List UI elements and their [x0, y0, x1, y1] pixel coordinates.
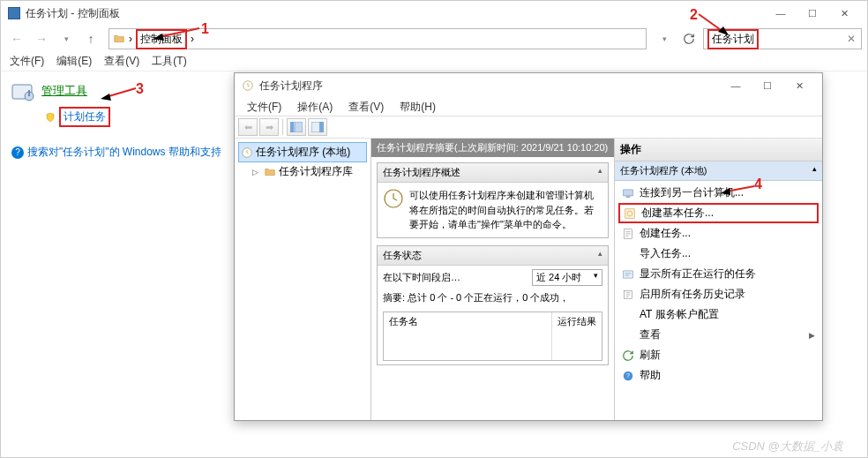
status-period-dropdown[interactable]: 近 24 小时 ▾ — [532, 269, 602, 286]
action-refresh[interactable]: 刷新 — [615, 345, 822, 365]
action-help-label: 帮助 — [640, 368, 661, 383]
address-bar[interactable]: › 控制面板 › — [108, 28, 647, 49]
up-button[interactable]: ↑ — [80, 28, 101, 49]
help-icon: ? — [622, 370, 634, 382]
task-scheduler-window: 任务计划程序 — ☐ ✕ 文件(F) 操作(A) 查看(V) 帮助(H) ⬅ ➡ — [234, 72, 823, 421]
cp-maximize-button[interactable]: ☐ — [797, 3, 828, 24]
ts-minimize-button[interactable]: — — [720, 75, 752, 96]
svg-rect-17 — [626, 196, 631, 197]
actions-header: 操作 — [615, 139, 822, 161]
action-connect[interactable]: 连接到另一台计算机... — [615, 183, 822, 203]
ts-actions-pane: 操作 任务计划程序 (本地) ▴ 连接到另一台计算机... 创建基本任务... … — [615, 139, 822, 420]
menu-tools[interactable]: 工具(T) — [146, 52, 191, 71]
menu-edit[interactable]: 编辑(E) — [51, 52, 97, 71]
menu-view[interactable]: 查看(V) — [99, 52, 145, 71]
svg-rect-18 — [625, 208, 635, 218]
cp-menu-bar: 文件(F) 编辑(E) 查看(V) 工具(T) — [1, 52, 867, 71]
history-icon — [622, 289, 634, 301]
action-connect-label: 连接到另一台计算机... — [640, 185, 744, 200]
action-create-task[interactable]: 创建任务... — [615, 223, 822, 244]
ts-main: 任务计划程序 (本地) ▷ 任务计划程序库 任务计划程序摘要(上次刷新时间: 2… — [235, 139, 822, 420]
task-col-name[interactable]: 任务名 — [384, 312, 552, 360]
overview-clock-icon — [383, 188, 404, 209]
clear-search-icon[interactable]: ✕ — [847, 33, 856, 45]
blank-icon — [622, 329, 634, 342]
cp-title: 任务计划 - 控制面板 — [26, 6, 765, 21]
action-at-config-label: AT 服务帐户配置 — [640, 307, 719, 322]
action-create-task-label: 创建任务... — [640, 226, 691, 241]
admin-tools-link[interactable]: 管理工具 — [41, 83, 87, 99]
cp-minimize-button[interactable]: — — [765, 3, 797, 24]
task-col-result[interactable]: 运行结果 — [552, 312, 602, 360]
breadcrumb-control-panel[interactable]: 控制面板 — [136, 29, 187, 49]
ts-maximize-button[interactable]: ☐ — [752, 75, 783, 96]
svg-rect-16 — [624, 189, 633, 195]
svg-rect-21 — [624, 270, 633, 277]
breadcrumb-sep: › — [125, 33, 136, 45]
blank-icon — [622, 309, 634, 321]
computer-icon — [622, 187, 634, 199]
ts-menu-action[interactable]: 操作(A) — [290, 98, 340, 116]
toolbar-panes[interactable] — [287, 118, 306, 136]
status-row: 在以下时间段启… 近 24 小时 ▾ — [383, 269, 602, 286]
svg-rect-13 — [319, 122, 324, 132]
ts-close-button[interactable]: ✕ — [783, 75, 815, 96]
collapse-icon[interactable]: ▴ — [598, 249, 602, 262]
action-show-running[interactable]: 显示所有正在运行的任务 — [615, 264, 822, 284]
collapse-icon[interactable]: ▴ — [598, 166, 602, 179]
forward-button[interactable]: → — [31, 28, 52, 49]
help-icon: ? — [11, 146, 24, 159]
refresh-icon — [622, 349, 634, 362]
help-search-link[interactable]: 搜索对"任务计划"的 Windows 帮助和支持 — [27, 145, 221, 160]
task-list-box: 任务名 运行结果 — [383, 312, 602, 361]
search-text: 任务计划 — [707, 29, 759, 49]
action-show-running-label: 显示所有正在运行的任务 — [640, 267, 756, 282]
toolbar-sep — [282, 119, 283, 135]
back-button[interactable]: ← — [6, 28, 27, 49]
toolbar-back[interactable]: ⬅ — [238, 118, 258, 136]
expand-icon[interactable]: ▷ — [252, 168, 261, 176]
overview-header[interactable]: 任务计划程序概述 ▴ — [378, 163, 608, 183]
menu-file[interactable]: 文件(F) — [4, 52, 49, 71]
recent-dropdown[interactable]: ▾ — [56, 28, 77, 49]
actions-group[interactable]: 任务计划程序 (本地) ▴ — [615, 161, 822, 181]
schedule-tasks-link[interactable]: 计划任务 — [59, 107, 110, 127]
ts-center-pane: 任务计划程序摘要(上次刷新时间: 2021/9/21 10:10:20) 任务计… — [371, 139, 615, 420]
ts-tree-pane: 任务计划程序 (本地) ▷ 任务计划程序库 — [235, 139, 371, 420]
ts-menu-file[interactable]: 文件(F) — [240, 98, 288, 116]
toolbar-help[interactable] — [308, 118, 327, 136]
wizard-icon — [624, 207, 636, 220]
cp-close-button[interactable]: ✕ — [828, 3, 860, 24]
action-refresh-label: 刷新 — [640, 348, 661, 363]
address-dropdown[interactable]: ▾ — [654, 28, 675, 49]
ts-menu-help[interactable]: 帮助(H) — [393, 98, 443, 116]
tree-root[interactable]: 任务计划程序 (本地) — [238, 142, 367, 162]
tree-library[interactable]: ▷ 任务计划程序库 — [251, 162, 367, 181]
center-inner: 任务计划程序概述 ▴ 可以使用任务计划程序来创建和管理计算机将在所指定的时间自动… — [371, 157, 614, 420]
ts-titlebar[interactable]: 任务计划程序 — ☐ ✕ — [235, 73, 822, 98]
action-create-basic-task[interactable]: 创建基本任务... — [618, 203, 819, 223]
overview-body: 可以使用任务计划程序来创建和管理计算机将在所指定的时间自动执行的常见任务。若要开… — [378, 183, 608, 237]
status-header[interactable]: 任务状态 ▴ — [378, 246, 608, 266]
action-enable-history[interactable]: 启用所有任务历史记录 — [615, 284, 822, 304]
search-box[interactable]: 任务计划 ✕ — [703, 28, 862, 49]
cp-window-buttons: — ☐ ✕ — [765, 3, 860, 24]
collapse-icon[interactable]: ▴ — [812, 164, 817, 177]
refresh-button[interactable] — [678, 28, 700, 49]
status-period-label: 在以下时间段启… — [383, 271, 460, 284]
ts-menu-view[interactable]: 查看(V) — [341, 98, 391, 116]
cp-app-icon — [8, 7, 20, 19]
cp-titlebar[interactable]: 任务计划 - 控制面板 — ☐ ✕ — [1, 1, 867, 26]
action-import-task[interactable]: 导入任务... — [615, 244, 822, 264]
tree-library-label: 任务计划程序库 — [279, 164, 353, 179]
status-body: 在以下时间段启… 近 24 小时 ▾ 摘要: 总计 0 个 - 0 个正在运行，… — [378, 266, 608, 364]
running-icon — [622, 268, 634, 281]
action-at-config[interactable]: AT 服务帐户配置 — [615, 304, 822, 325]
action-help[interactable]: ? 帮助 — [615, 365, 822, 386]
ts-app-icon — [242, 79, 254, 92]
svg-rect-11 — [295, 122, 303, 132]
overview-panel: 任务计划程序概述 ▴ 可以使用任务计划程序来创建和管理计算机将在所指定的时间自动… — [377, 162, 609, 238]
toolbar-forward[interactable]: ➡ — [259, 118, 279, 136]
action-view[interactable]: 查看 ▶ — [615, 325, 822, 345]
ts-menu-bar: 文件(F) 操作(A) 查看(V) 帮助(H) — [235, 98, 822, 116]
